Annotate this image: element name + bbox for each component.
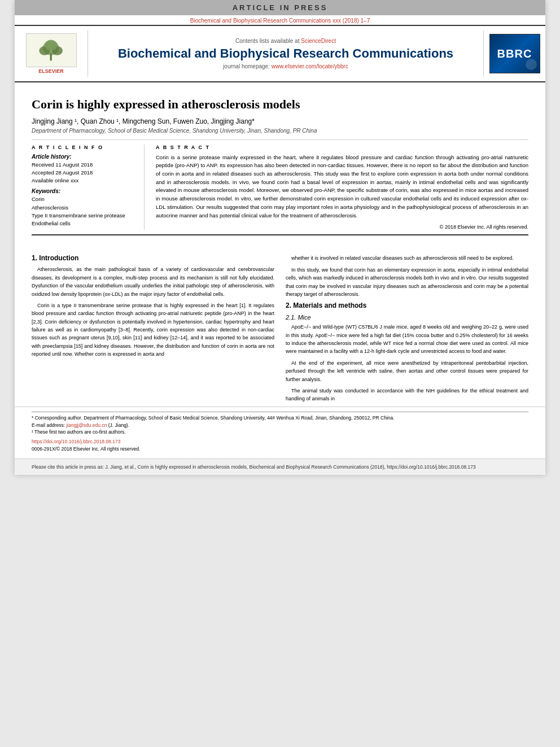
keywords-title: Keywords: — [32, 188, 135, 194]
intro-para-2: Corin is a type II transmembrane serine … — [32, 302, 274, 359]
sciencedirect-line: Contents lists available at ScienceDirec… — [235, 38, 336, 44]
authors-line: Jingjing Jiang ¹, Quan Zhou ¹, Mingcheng… — [32, 117, 528, 125]
doi-link[interactable]: https://doi.org/10.1016/j.bbrc.2018.08.1… — [32, 439, 120, 444]
footnote-divider — [32, 412, 528, 412]
mice-para-1: ApoE−/− and Wild-type (WT) C57BL/6 J mal… — [286, 323, 528, 356]
journal-title: Biochemical and Biophysical Research Com… — [118, 46, 453, 61]
footnotes-area: * Corresponding author. Department of Ph… — [15, 407, 545, 456]
abstract-title: A B S T R A C T — [156, 145, 528, 150]
article-history-title: Article history: — [32, 154, 135, 160]
received-date: Received 11 August 2018 — [32, 161, 135, 169]
svg-point-4 — [45, 40, 57, 51]
bbrc-logo: BBRC — [483, 30, 545, 77]
affiliation: Department of Pharmacology, School of Ba… — [32, 128, 528, 134]
divider-thick — [32, 234, 528, 235]
keyword-2: Atherosclerosis — [32, 204, 135, 212]
mice-subheading: 2.1. Mice — [286, 314, 528, 321]
article-in-press-banner: ARTICLE IN PRESS — [15, 0, 545, 15]
mice-para-2: At the end of the experiment, all mice w… — [286, 359, 528, 383]
divider-1 — [32, 139, 528, 140]
article-info-panel: A R T I C L E I N F O Article history: R… — [32, 145, 145, 230]
info-abstract-row: A R T I C L E I N F O Article history: R… — [32, 145, 528, 230]
intro-text-left: Atherosclerosis, as the main pathologica… — [32, 265, 274, 358]
sciencedirect-link[interactable]: ScienceDirect — [301, 38, 336, 44]
journal-name-center: Contents lists available at ScienceDirec… — [88, 30, 483, 77]
homepage-link[interactable]: www.elsevier.com/locate/ybbrc — [272, 63, 348, 69]
abstract-section: A B S T R A C T Corin is a serine protea… — [156, 145, 528, 230]
copyright-line: © 2018 Elsevier Inc. All rights reserved… — [156, 224, 528, 230]
keyword-3: Type II transmembrane serine protease — [32, 212, 135, 220]
mice-text: ApoE−/− and Wild-type (WT) C57BL/6 J mal… — [286, 323, 528, 403]
available-date: Available online xxx — [32, 177, 135, 185]
journal-homepage: journal homepage: www.elsevier.com/locat… — [223, 63, 348, 69]
main-body: 1. Introduction Atherosclerosis, as the … — [15, 254, 545, 406]
bbrc-letters: BBRC — [497, 47, 532, 60]
corresponding-footnote: * Corresponding author. Department of Ph… — [32, 414, 528, 422]
bbrc-box: BBRC — [489, 34, 540, 73]
citation-text: Please cite this article in press as: J.… — [32, 464, 528, 471]
issn-footnote: 0006-291X/© 2018 Elsevier Inc. All right… — [32, 445, 528, 453]
journal-header: ELSEVIER Contents lists available at Sci… — [15, 25, 545, 82]
body-col-left: 1. Introduction Atherosclerosis, as the … — [32, 254, 274, 406]
article-title: Corin is highly expressed in atheroscler… — [32, 97, 528, 113]
doi-footnote: https://doi.org/10.1016/j.bbrc.2018.08.1… — [32, 438, 528, 445]
body-col-right: whether it is involved in related vascul… — [286, 254, 528, 406]
email-link[interactable]: jiangjj@sdu.edu.cn — [66, 422, 107, 428]
elsevier-logo: ELSEVIER — [15, 30, 88, 77]
intro-para-1: Atherosclerosis, as the main pathologica… — [32, 265, 274, 298]
keyword-1: Corin — [32, 195, 135, 203]
accepted-date: Accepted 28 August 2018 — [32, 169, 135, 177]
email-footnote: E-mail address: jiangjj@sdu.edu.cn (J. J… — [32, 422, 528, 429]
content-area: Corin is highly expressed in atheroscler… — [15, 82, 545, 246]
citation-bar: Please cite this article in press as: J.… — [15, 458, 545, 475]
mice-para-3: The animal study was conducted in accord… — [286, 387, 528, 403]
elsevier-logo-box — [26, 33, 77, 67]
intro-heading: 1. Introduction — [32, 254, 274, 262]
elsevier-tree-icon — [32, 39, 71, 62]
article-info-title: A R T I C L E I N F O — [32, 145, 135, 150]
elsevier-text: ELSEVIER — [38, 68, 64, 74]
abstract-text: Corin is a serine protease mainly expres… — [156, 154, 528, 220]
journal-reference: Biochemical and Biophysical Research Com… — [15, 15, 545, 25]
intro-para-right-2: In this study, we found that corin has a… — [286, 266, 528, 299]
methods-heading: 2. Materials and methods — [286, 302, 528, 309]
cofirst-footnote: ¹ These first two authors are co-first a… — [32, 429, 528, 436]
keyword-4: Endothelial cells — [32, 220, 135, 228]
intro-para-right-1: whether it is involved in related vascul… — [286, 254, 528, 262]
intro-text-right: whether it is involved in related vascul… — [286, 254, 528, 298]
